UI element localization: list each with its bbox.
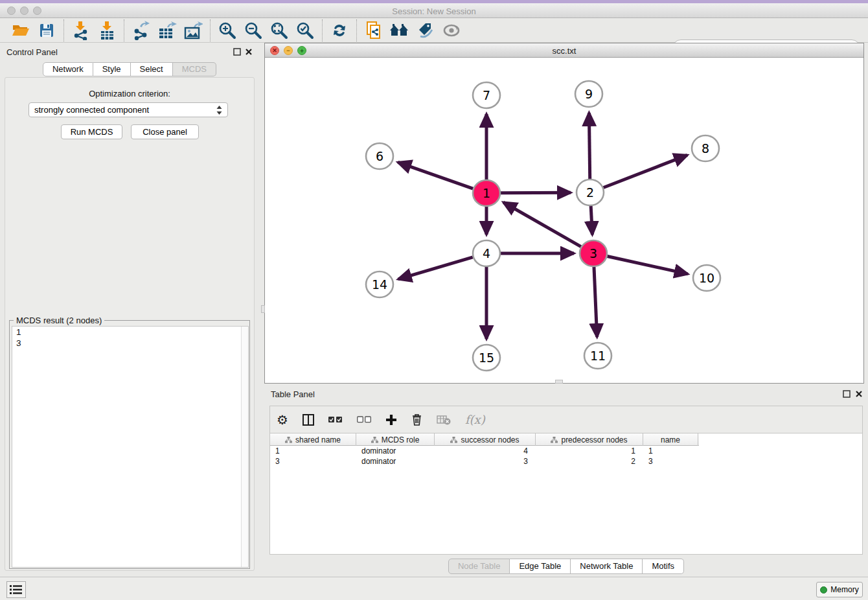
network-canvas[interactable]: 7968124314101511: [265, 58, 863, 383]
tab-node-table[interactable]: Node Table: [448, 559, 510, 574]
tab-motifs[interactable]: Motifs: [643, 559, 684, 574]
table-cell[interactable]: 3: [643, 456, 698, 467]
function-builder-icon[interactable]: f(x): [465, 413, 485, 426]
graph-edge-3-11[interactable]: [594, 267, 597, 337]
table-cell[interactable]: 2: [536, 456, 643, 467]
table-panel-header: Table Panel: [264, 385, 868, 402]
table-row[interactable]: 3dominator323: [270, 456, 862, 467]
close-table-panel-icon[interactable]: [855, 390, 863, 398]
zoom-selected-icon[interactable]: [292, 20, 318, 41]
memory-button[interactable]: Memory: [816, 582, 863, 597]
optimization-criterion-select[interactable]: strongly connected component: [29, 102, 228, 117]
graph-edge-1-6[interactable]: [398, 162, 473, 189]
optimization-criterion-label: Optimization criterion:: [0, 89, 259, 98]
float-panel-icon[interactable]: [233, 48, 241, 56]
add-column-icon[interactable]: [385, 414, 397, 426]
toolbar-separator: [210, 19, 211, 41]
tab-style[interactable]: Style: [93, 62, 131, 76]
zoom-out-icon[interactable]: [240, 20, 266, 41]
select-none-icon[interactable]: [357, 416, 371, 423]
column-header-mcds-role[interactable]: MCDS role: [356, 433, 435, 446]
table-row[interactable]: 1dominator411: [270, 446, 862, 456]
table-cell[interactable]: 1: [643, 446, 698, 456]
select-all-checked-icon[interactable]: [328, 416, 343, 423]
import-table-icon[interactable]: [94, 20, 120, 41]
graph-edge-4-14[interactable]: [398, 257, 473, 279]
mcds-result-text[interactable]: 13: [12, 326, 249, 568]
graph-edge-3-10[interactable]: [607, 256, 687, 273]
list-icon: [10, 584, 23, 595]
close-panel-button[interactable]: Close panel: [131, 124, 199, 139]
table-cell[interactable]: 1: [270, 446, 356, 456]
export-network-icon[interactable]: [128, 20, 154, 41]
column-header-successor-nodes[interactable]: successor nodes: [435, 433, 536, 446]
table-header-row: shared name MCDS role successor nodes pr…: [270, 433, 699, 446]
show-panels-list-button[interactable]: [6, 581, 26, 598]
graph-edge-2-9[interactable]: [589, 113, 589, 179]
table-cell[interactable]: dominator: [356, 456, 435, 467]
save-icon[interactable]: [34, 20, 60, 41]
column-header-predecessor-nodes[interactable]: predecessor nodes: [536, 433, 643, 446]
zoom-fit-icon[interactable]: [266, 20, 292, 41]
tab-network[interactable]: Network: [43, 62, 93, 76]
graph-edge-1-2[interactable]: [501, 192, 571, 193]
graph-node-label: 15: [479, 351, 494, 365]
table-cell[interactable]: 1: [536, 446, 643, 456]
graph-edge-2-3[interactable]: [591, 206, 592, 235]
float-table-panel-icon[interactable]: [843, 390, 851, 398]
table-tabs: Node Table Edge Table Network Table Moti…: [264, 559, 868, 574]
table-cell[interactable]: 3: [435, 456, 536, 467]
zoom-in-icon[interactable]: [214, 20, 240, 41]
graph-edge-2-8[interactable]: [604, 155, 687, 187]
tree-icon: [450, 437, 457, 443]
scrollbar-grip-horizontal[interactable]: [555, 380, 563, 384]
export-image-icon[interactable]: [180, 20, 206, 41]
home-layout-icon[interactable]: [387, 20, 413, 41]
status-bar: Memory: [0, 577, 868, 600]
column-label: shared name: [295, 435, 341, 444]
refresh-icon[interactable]: [326, 20, 352, 41]
graph-node-label: 8: [702, 141, 709, 156]
graph-node-label: 9: [585, 87, 593, 101]
result-scrollbar[interactable]: [241, 327, 248, 567]
tab-mcds[interactable]: MCDS: [173, 62, 216, 76]
tab-network-table[interactable]: Network Table: [571, 559, 643, 574]
mcds-result-title: MCDS result (2 nodes): [14, 316, 104, 325]
selected-option: strongly connected component: [34, 105, 216, 115]
network-window-titlebar[interactable]: ✕ − ＋ scc.txt: [265, 43, 863, 58]
import-network-icon[interactable]: [68, 20, 94, 41]
result-line: 3: [12, 338, 248, 349]
memory-label: Memory: [830, 585, 858, 594]
toolbar-separator: [63, 19, 64, 41]
table-cell[interactable]: dominator: [356, 446, 435, 456]
close-panel-icon[interactable]: [245, 48, 253, 56]
node-table[interactable]: shared name MCDS role successor nodes pr…: [269, 433, 863, 555]
table-cell[interactable]: 3: [270, 456, 356, 467]
columns-icon[interactable]: [303, 414, 314, 426]
export-table-icon[interactable]: [154, 20, 180, 41]
toolbar-separator: [322, 19, 323, 41]
delete-column-trash-icon[interactable]: [411, 413, 422, 426]
column-header-shared-name[interactable]: shared name: [270, 433, 356, 446]
copy-network-icon[interactable]: [361, 20, 387, 41]
table-body: 1dominator4113dominator323: [270, 446, 862, 467]
gear-icon[interactable]: ⚙: [277, 413, 288, 426]
tab-select[interactable]: Select: [131, 62, 173, 76]
scrollbar-grip-vertical[interactable]: [261, 305, 265, 313]
column-label: MCDS role: [382, 435, 420, 444]
graph-node-label: 11: [590, 349, 606, 363]
control-panel-title: Control Panel: [6, 47, 58, 57]
control-panel-tabs: Network Style Select MCDS: [0, 62, 259, 76]
tab-edge-table[interactable]: Edge Table: [510, 559, 571, 574]
show-hide-panel-eye-icon[interactable]: [439, 20, 464, 41]
column-header-name[interactable]: name: [643, 433, 698, 446]
graph-node-label: 3: [589, 246, 597, 260]
memory-status-dot: [820, 586, 827, 594]
graph-edge-3-1[interactable]: [503, 202, 581, 246]
app-titlebar: Session: New Session: [0, 3, 868, 18]
table-cell[interactable]: 4: [435, 446, 536, 456]
open-folder-icon[interactable]: [8, 20, 34, 41]
hide-labels-icon[interactable]: [413, 20, 439, 41]
delete-table-icon[interactable]: [437, 415, 451, 425]
run-mcds-button[interactable]: Run MCDS: [61, 124, 122, 139]
